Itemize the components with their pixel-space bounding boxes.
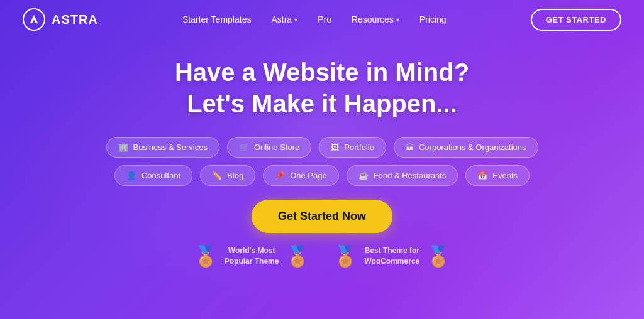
one-page-icon: 📌 [275,171,285,180]
category-row-1: 🏢 Business & Services 🛒 Online Store 🖼 P… [106,137,538,158]
business-icon: 🏢 [118,143,128,152]
svg-point-0 [33,18,35,19]
category-online-store[interactable]: 🛒 Online Store [227,137,311,158]
category-corporations[interactable]: 🏛 Corporations & Organizations [394,137,538,158]
blog-icon: ✏️ [212,171,222,180]
nav-item-starter-templates[interactable]: Starter Templates [182,14,251,24]
consultant-icon: 👤 [126,171,136,180]
nav-label-astra: Astra [271,14,292,24]
award-woocommerce-text: Best Theme forWooCommerce [364,246,419,267]
food-icon: ☕ [358,171,369,180]
navbar: ASTRA Starter Templates Astra ▾ Pro Reso… [0,0,644,39]
category-events[interactable]: 📅 Events [465,165,530,186]
chevron-down-icon: ▾ [294,16,297,23]
nav-label-pro: Pro [318,14,331,24]
store-icon: 🛒 [239,143,249,152]
award-popular-text: World's MostPopular Theme [225,246,279,267]
hero-section: Have a Website in Mind? Let's Make it Ha… [0,39,644,267]
award-popular-theme: 🏅 World's MostPopular Theme 🏅 [193,246,311,267]
category-one-page[interactable]: 📌 One Page [263,165,339,186]
hero-title: Have a Website in Mind? Let's Make it Ha… [175,57,469,119]
nav-item-resources[interactable]: Resources ▾ [352,14,399,24]
logo-icon [23,8,45,31]
nav-item-astra[interactable]: Astra ▾ [271,14,297,24]
events-icon: 📅 [477,171,487,180]
category-row-2: 👤 Consultant ✏️ Blog 📌 One Page ☕ Food &… [114,165,530,186]
category-portfolio[interactable]: 🖼 Portfolio [319,137,386,158]
logo-link[interactable]: ASTRA [23,8,98,31]
nav-item-pricing[interactable]: Pricing [419,14,447,24]
laurel-left-woo-icon: 🏅 [333,246,358,266]
category-food-restaurants[interactable]: ☕ Food & Restaurants [347,165,458,186]
chevron-down-icon: ▾ [396,16,399,23]
award-woocommerce: 🏅 Best Theme forWooCommerce 🏅 [333,246,451,267]
nav-label-pricing: Pricing [419,14,447,24]
category-grid: 🏢 Business & Services 🛒 Online Store 🖼 P… [106,137,538,186]
nav-label-starter-templates: Starter Templates [182,14,251,24]
category-consultant[interactable]: 👤 Consultant [114,165,192,186]
logo-text: ASTRA [52,13,98,27]
nav-links: Starter Templates Astra ▾ Pro Resources … [182,14,447,24]
category-business-services[interactable]: 🏢 Business & Services [106,137,220,158]
awards-section: 🏅 World's MostPopular Theme 🏅 🏅 Best The… [193,246,451,267]
category-blog[interactable]: ✏️ Blog [200,165,255,186]
get-started-button[interactable]: Get Started Now [252,200,392,233]
nav-get-started-button[interactable]: GET STARTED [531,9,621,31]
laurel-left-icon: 🏅 [193,246,218,266]
nav-label-resources: Resources [352,14,394,24]
laurel-right-icon: 🏅 [285,246,310,266]
laurel-right-woo-icon: 🏅 [426,246,451,266]
corporations-icon: 🏛 [406,143,414,152]
portfolio-icon: 🖼 [331,143,339,152]
nav-item-pro[interactable]: Pro [318,14,331,24]
